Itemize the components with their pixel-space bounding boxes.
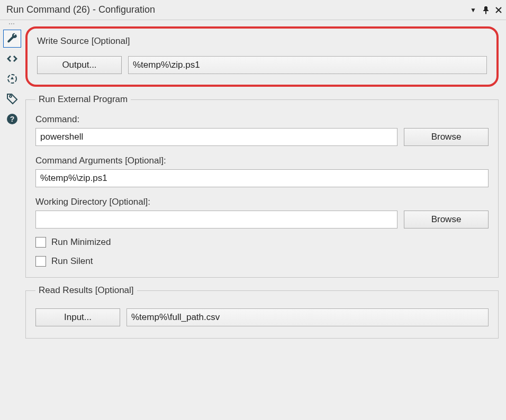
body-area: ⋯ ? Write Source [Optional] Output... — [0, 20, 506, 420]
args-input[interactable] — [35, 169, 489, 187]
configuration-window: Run Command (26) - Configuration ▼ ⋯ — [0, 0, 506, 420]
run-minimized-label: Run Minimized — [51, 237, 111, 248]
window-title: Run Command (26) - Configuration — [6, 4, 155, 15]
dropdown-icon[interactable]: ▼ — [469, 6, 477, 14]
tool-help[interactable]: ? — [3, 110, 21, 128]
command-browse-button[interactable]: Browse — [404, 128, 489, 146]
side-toolstrip: ⋯ ? — [0, 20, 24, 420]
tool-code[interactable] — [3, 50, 21, 68]
tool-wrench[interactable] — [3, 30, 21, 48]
read-results-group: Read Results [Optional] Input... — [25, 285, 499, 339]
close-icon[interactable] — [494, 6, 503, 14]
tool-target[interactable] — [3, 70, 21, 88]
pin-icon[interactable] — [482, 6, 490, 14]
run-silent-row: Run Silent — [35, 256, 489, 267]
main-panel: Write Source [Optional] Output... Run Ex… — [24, 20, 506, 420]
command-label: Command: — [35, 114, 489, 125]
run-external-group: Run External Program Command: Browse Com… — [25, 94, 499, 278]
read-results-path-input[interactable] — [126, 308, 489, 326]
args-label: Command Arguments [Optional]: — [35, 156, 489, 166]
write-source-group: Write Source [Optional] Output... — [25, 26, 499, 87]
tool-tag[interactable] — [3, 90, 21, 108]
command-input[interactable] — [35, 128, 397, 146]
run-silent-label: Run Silent — [51, 256, 93, 267]
wd-input[interactable] — [35, 211, 397, 229]
wd-label: Working Directory [Optional]: — [35, 197, 489, 207]
grip-icon: ⋯ — [8, 22, 16, 28]
wd-browse-button[interactable]: Browse — [404, 211, 489, 229]
svg-text:?: ? — [10, 115, 15, 123]
output-button[interactable]: Output... — [37, 56, 122, 74]
run-external-legend: Run External Program — [35, 94, 131, 105]
run-silent-checkbox[interactable] — [35, 256, 46, 267]
run-minimized-checkbox[interactable] — [35, 237, 46, 248]
input-button[interactable]: Input... — [35, 308, 120, 326]
write-source-path-input[interactable] — [128, 56, 487, 74]
window-controls: ▼ — [469, 6, 503, 14]
write-source-label: Write Source [Optional] — [37, 36, 487, 47]
read-results-legend: Read Results [Optional] — [35, 285, 137, 296]
titlebar: Run Command (26) - Configuration ▼ — [0, 0, 506, 20]
run-minimized-row: Run Minimized — [35, 237, 489, 248]
